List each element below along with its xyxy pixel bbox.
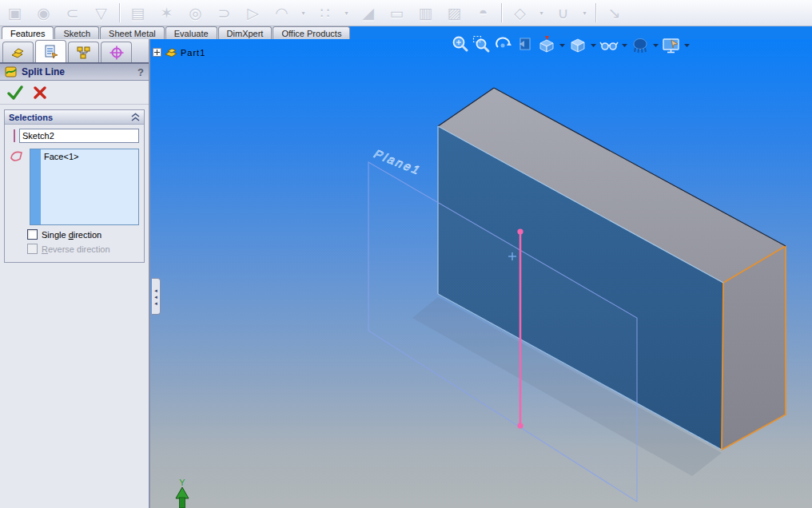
shell-icon[interactable]: ▭ xyxy=(386,2,408,24)
mirror-icon[interactable]: ▥ xyxy=(415,2,436,24)
feature-dialog-header: Split Line ? xyxy=(0,63,149,81)
swept-boss-icon[interactable]: ⊂ xyxy=(62,2,83,24)
graphics-viewport[interactable]: Plane1 Y Part1 xyxy=(150,39,812,508)
draft-icon[interactable]: ◢ xyxy=(357,2,379,24)
extruded-boss-icon[interactable]: ▣ xyxy=(4,2,26,24)
help-button[interactable]: ? xyxy=(137,66,144,78)
tree-expand-button[interactable] xyxy=(153,48,161,57)
sketch-name-field[interactable] xyxy=(19,129,139,143)
collapse-chevron-icon[interactable] xyxy=(131,113,140,122)
extruded-cut-icon[interactable]: ▤ xyxy=(127,2,149,24)
tab-sheet-metal[interactable]: Sheet Metal xyxy=(100,26,165,39)
checkbox-box[interactable] xyxy=(27,229,38,240)
linear-pattern-icon[interactable]: ∷ xyxy=(314,2,336,24)
face-list-item[interactable]: Face<1> xyxy=(44,152,135,161)
dialog-actions xyxy=(0,81,149,105)
zoom-to-area-icon[interactable] xyxy=(472,35,492,54)
faces-listbox[interactable]: Face<1> xyxy=(30,149,139,225)
flyout-feature-tree[interactable]: Part1 xyxy=(153,46,205,58)
heads-up-view-toolbar xyxy=(451,34,691,56)
faces-selection-row: Face<1> xyxy=(5,145,144,225)
tab-office-products[interactable]: Office Products xyxy=(273,26,350,39)
dropdown-arrow-icon[interactable]: ▾ xyxy=(300,10,307,17)
edit-appearance-icon[interactable] xyxy=(662,35,681,54)
dropdown-arrow-icon[interactable]: ▾ xyxy=(343,10,350,17)
collapse-arrow-icon: ◂ xyxy=(154,288,157,293)
scene-canvas[interactable]: Plane1 Y xyxy=(150,39,812,508)
checkbox-box xyxy=(27,244,38,254)
sketch-selection-row xyxy=(5,125,144,145)
selections-title: Selections xyxy=(9,113,131,122)
checkbox-label: Reverse direction xyxy=(42,244,110,254)
swept-cut-icon[interactable]: ⊃ xyxy=(213,2,235,24)
sketch-endpoint[interactable] xyxy=(517,423,523,428)
manager-tab-row xyxy=(0,39,149,63)
propertymanager-icon xyxy=(43,44,59,60)
part-icon xyxy=(164,46,178,58)
dropdown-arrow-icon[interactable] xyxy=(559,35,566,54)
display-style-icon[interactable] xyxy=(599,35,619,54)
toolbar-separator xyxy=(501,3,502,22)
sketch-endpoint[interactable] xyxy=(517,228,523,234)
propertymanager-panel: Split Line ? Selections xyxy=(0,39,150,508)
ok-button[interactable] xyxy=(7,85,23,100)
section-view-icon[interactable] xyxy=(537,35,556,54)
tab-dimxpertmanager[interactable] xyxy=(101,42,132,62)
plus-icon xyxy=(154,50,160,55)
dropdown-arrow-icon[interactable]: ▾ xyxy=(581,10,588,17)
commandmanager-tabs: Features Sketch Sheet Metal Evaluate Dim… xyxy=(0,26,345,39)
instant3d-icon[interactable]: ↘ xyxy=(603,2,625,24)
tab-configurationmanager[interactable] xyxy=(68,42,99,62)
triad-y-arrow xyxy=(176,487,189,498)
dropdown-arrow-icon[interactable] xyxy=(590,35,597,54)
panel-collapse-handle[interactable]: ◂ ◂ ◂ xyxy=(152,278,161,315)
part-name-label[interactable]: Part1 xyxy=(181,48,205,58)
selections-group: Selections Face<1> xyxy=(4,109,145,263)
dropdown-arrow-icon[interactable]: ▾ xyxy=(538,10,545,17)
view-orientation-icon[interactable] xyxy=(568,35,587,54)
features-toolbar: ▣ ◉ ⊂ ▽ ▤ ✶ ◎ ⊃ ▷ ◠ ▾ ∷ ▾ ◢ ▭ ▥ ▨ ◓ ◇ ▾ … xyxy=(0,0,812,26)
previous-view-icon[interactable] xyxy=(515,35,535,54)
cancel-button[interactable] xyxy=(34,86,46,99)
collapse-arrow-icon: ◂ xyxy=(154,294,157,300)
tab-sketch[interactable]: Sketch xyxy=(54,26,99,39)
wrap-icon[interactable]: ▨ xyxy=(444,2,465,24)
dropdown-arrow-icon[interactable] xyxy=(621,35,628,54)
revolved-cut-icon[interactable]: ◎ xyxy=(185,2,206,24)
curves-icon[interactable]: ∪ xyxy=(552,2,574,24)
faces-listbox-accent xyxy=(30,149,41,224)
featuremanager-icon xyxy=(10,46,26,60)
revolved-boss-icon[interactable]: ◉ xyxy=(33,2,54,24)
dome-icon[interactable]: ◓ xyxy=(472,2,494,24)
fillet-icon[interactable]: ◠ xyxy=(271,2,293,24)
reverse-direction-checkbox: Reverse direction xyxy=(5,240,144,254)
checkbox-label: Single direction xyxy=(42,230,102,240)
tab-evaluate[interactable]: Evaluate xyxy=(165,26,217,39)
dropdown-arrow-icon[interactable] xyxy=(652,35,659,54)
selections-group-header[interactable]: Selections xyxy=(5,110,144,125)
configurationmanager-icon xyxy=(76,46,92,60)
toolbar-separator xyxy=(119,3,120,22)
tab-features[interactable]: Features xyxy=(2,26,54,39)
lofted-boss-icon[interactable]: ▽ xyxy=(90,2,112,24)
tab-propertymanager[interactable] xyxy=(35,40,66,62)
toolbar-separator xyxy=(595,3,596,22)
hole-wizard-icon[interactable]: ✶ xyxy=(156,2,177,24)
origin-triad: Y xyxy=(176,478,189,508)
dropdown-arrow-icon[interactable] xyxy=(683,35,691,54)
tab-featuremanager-tree[interactable] xyxy=(2,42,34,62)
single-direction-checkbox[interactable]: Single direction xyxy=(5,225,144,240)
lofted-cut-icon[interactable]: ▷ xyxy=(242,2,264,24)
dialog-title: Split Line xyxy=(22,66,133,77)
zoom-to-fit-icon[interactable] xyxy=(451,35,470,54)
triad-y-label: Y xyxy=(179,478,185,487)
reference-geometry-icon[interactable]: ◇ xyxy=(509,2,531,24)
dimxpertmanager-icon xyxy=(109,46,125,60)
tab-dimxpert[interactable]: DimXpert xyxy=(218,26,273,39)
split-line-icon xyxy=(5,65,18,78)
faces-list-items: Face<1> xyxy=(41,149,138,224)
hide-show-items-icon[interactable] xyxy=(631,35,650,54)
face-select-icon xyxy=(10,149,26,163)
sketch-color-swatch xyxy=(14,129,15,142)
rotate-view-icon[interactable] xyxy=(494,35,513,54)
